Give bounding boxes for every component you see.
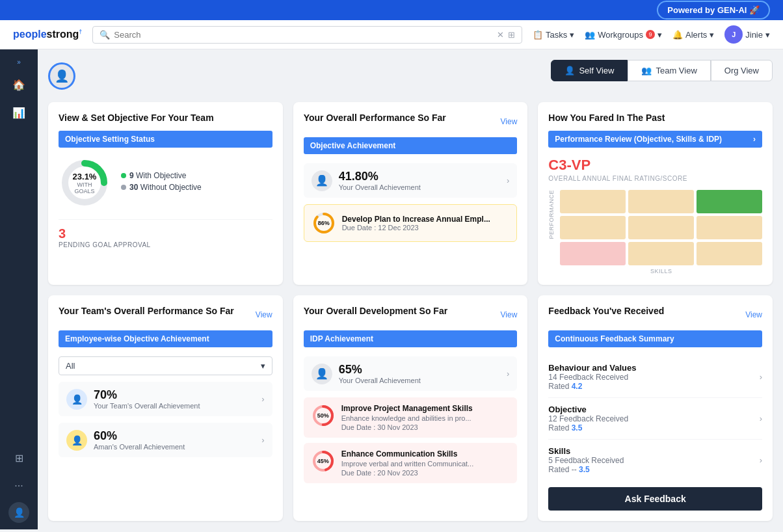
search-bar[interactable]: 🔍 ✕ ⊞ bbox=[92, 26, 522, 44]
chevron-right-feedback1[interactable]: › bbox=[760, 372, 762, 382]
matrix-cell-8 bbox=[628, 242, 694, 265]
performance-card-title: Your Overall Performance So Far bbox=[304, 113, 446, 123]
development-bar: IDP Achievement bbox=[304, 330, 518, 347]
search-input[interactable] bbox=[114, 30, 493, 40]
task-due: Due Date : 12 Dec 2023 bbox=[342, 224, 490, 232]
objective-card: View & Set Objective For Your Team Objec… bbox=[48, 102, 283, 285]
idp-task2-desc: Improve verbal and written Communicat... bbox=[341, 460, 474, 468]
team-perf-card: Your Team's Overall Performance So Far V… bbox=[48, 295, 283, 521]
idp-task2-circle: 45% bbox=[312, 449, 335, 473]
feedback-row2-count: 12 Feedback Received bbox=[548, 414, 628, 423]
sidebar-expand[interactable]: » bbox=[14, 56, 23, 68]
feedback-row2-label: Objective bbox=[548, 405, 628, 414]
objective-bar: Objective Setting Status bbox=[59, 131, 272, 148]
development-view-link[interactable]: View bbox=[501, 310, 518, 319]
user-avatar: J bbox=[724, 25, 743, 44]
workgroups-icon: 👥 bbox=[585, 30, 595, 40]
dev-pct: 65% bbox=[339, 363, 421, 377]
task-title: Develop Plan to Increase Annual Empl... bbox=[342, 215, 490, 224]
pending-label: PENDING GOAL APPROVAL bbox=[59, 241, 272, 248]
idp-task1-title: Improve Project Management Skills bbox=[341, 404, 473, 413]
task-row: 86% Develop Plan to Increase Annual Empl… bbox=[304, 204, 518, 242]
team-perf-view-link[interactable]: View bbox=[256, 310, 272, 319]
tasks-button[interactable]: 📋 Tasks ▾ bbox=[533, 30, 574, 40]
matrix-cell-3 bbox=[697, 190, 762, 213]
performance-view-link[interactable]: View bbox=[501, 117, 518, 126]
feedback-view-link[interactable]: View bbox=[745, 310, 762, 319]
matrix-cell-2 bbox=[628, 190, 694, 213]
ask-feedback-button[interactable]: Ask Feedback bbox=[548, 487, 762, 511]
performance-card: Your Overall Performance So Far View Obj… bbox=[293, 102, 528, 285]
filter-icon[interactable]: ⊞ bbox=[508, 30, 515, 40]
chevron-right-feedback3[interactable]: › bbox=[760, 455, 762, 465]
achievement-row[interactable]: 👤 41.80% Your Overall Achievement › bbox=[304, 163, 518, 198]
donut-percent: 23.1% bbox=[72, 172, 98, 181]
feedback-row3-rating: Rated -- 3.5 bbox=[548, 465, 624, 474]
chevron-down-icon3: ▾ bbox=[710, 30, 714, 40]
chevron-down-icon2: ▾ bbox=[657, 30, 662, 40]
dev-achievement-row[interactable]: 👤 65% Your Overall Achievement › bbox=[304, 356, 518, 391]
feedback-card: Feedback You've Received View Continuous… bbox=[538, 295, 773, 521]
achievement-avatar: 👤 bbox=[312, 170, 332, 191]
sidebar: » 🏠 📊 ⊞ ··· 👤 bbox=[0, 49, 38, 529]
clear-icon[interactable]: ✕ bbox=[497, 30, 504, 40]
user-menu[interactable]: J Jinie ▾ bbox=[724, 25, 770, 44]
chevron-right-icon: › bbox=[507, 176, 509, 185]
chevron-right-feedback2[interactable]: › bbox=[760, 414, 762, 423]
sidebar-item-home[interactable]: 🏠 bbox=[7, 73, 31, 96]
feedback-row1-label: Behaviour and Values bbox=[548, 363, 636, 373]
chevron-down-icon: ▾ bbox=[570, 30, 574, 40]
team-select[interactable]: All ▾ bbox=[59, 356, 272, 375]
sidebar-avatar[interactable]: 👤 bbox=[8, 502, 29, 523]
feedback-row1-rating: Rated 4.2 bbox=[548, 382, 636, 391]
development-title: Your Overall Development So Far bbox=[304, 306, 447, 316]
fared-bar[interactable]: Performance Review (Objective, Skills & … bbox=[548, 131, 762, 148]
dev-label: Your Overall Achievement bbox=[339, 377, 421, 384]
sidebar-item-chart[interactable]: 📊 bbox=[7, 101, 31, 124]
feedback-row3-label: Skills bbox=[548, 446, 624, 456]
chevron-right-dev: › bbox=[507, 369, 509, 379]
feedback-title: Feedback You've Received bbox=[548, 306, 664, 316]
team-user1-row[interactable]: 👤 70% Your Team's Overall Achievement › bbox=[59, 382, 272, 416]
skills-label: SKILLS bbox=[560, 268, 762, 274]
dev-avatar: 👤 bbox=[312, 364, 332, 384]
idp-task1-row: 50% Improve Project Management Skills En… bbox=[304, 397, 518, 438]
team-user2-avatar: 👤 bbox=[66, 430, 87, 451]
objective-legend: 9 With Objective 30 Without Objective bbox=[121, 171, 202, 194]
idp-task2-progress: 45% bbox=[317, 458, 329, 464]
self-view-button[interactable]: 👤 Self View bbox=[551, 60, 628, 81]
sidebar-item-grid[interactable]: ⊞ bbox=[10, 447, 29, 470]
team-user2-row[interactable]: 👤 60% Aman's Overall Achievement › bbox=[59, 423, 272, 457]
idp-task1-due: Due Date : 30 Nov 2023 bbox=[341, 423, 473, 431]
achievement-pct: 41.80% bbox=[339, 170, 421, 183]
matrix-cell-9 bbox=[697, 242, 762, 265]
logo: peoplestrong† bbox=[13, 29, 82, 40]
chevron-right-fared: › bbox=[753, 135, 756, 144]
fared-card: How You Fared In The Past Performance Re… bbox=[538, 102, 773, 285]
team-view-button[interactable]: 👥 Team View bbox=[628, 60, 710, 81]
matrix-cell-1 bbox=[560, 190, 626, 213]
alerts-button[interactable]: 🔔 Alerts ▾ bbox=[672, 30, 714, 40]
idp-task1-progress: 50% bbox=[317, 412, 329, 419]
feedback-bar: Continuous Feedback Summary bbox=[548, 330, 762, 347]
org-view-button[interactable]: Org View bbox=[711, 60, 773, 81]
team-user1-label: Your Team's Overall Achievement bbox=[94, 402, 200, 410]
workgroups-button[interactable]: 👥 Workgroups 9 ▾ bbox=[585, 30, 662, 40]
team-user1-pct: 70% bbox=[94, 388, 200, 402]
team-icon: 👥 bbox=[641, 66, 652, 75]
matrix-grid bbox=[560, 190, 762, 265]
team-user2-label: Aman's Overall Achievement bbox=[94, 443, 185, 451]
feedback-row2-rating: Rated 3.5 bbox=[548, 423, 628, 432]
feedback-row1-count: 14 Feedback Received bbox=[548, 373, 636, 382]
feedback-row3: Skills 5 Feedback Received Rated -- 3.5 … bbox=[548, 440, 762, 481]
fared-card-title: How You Fared In The Past bbox=[548, 113, 762, 123]
chevron-right-team2: › bbox=[261, 435, 264, 445]
powered-banner: Powered by GEN-AI 🚀 bbox=[657, 1, 770, 20]
sidebar-item-dots[interactable]: ··· bbox=[9, 475, 28, 497]
chevron-right-team1: › bbox=[261, 394, 264, 404]
objective-card-title: View & Set Objective For Your Team bbox=[59, 113, 272, 123]
search-icon: 🔍 bbox=[100, 30, 110, 40]
person-icon: 👤 bbox=[564, 66, 575, 75]
matrix-cell-7 bbox=[560, 242, 626, 265]
rating-sublabel: OVERALL ANNUAL FINAL RATING/SCORE bbox=[548, 175, 762, 182]
